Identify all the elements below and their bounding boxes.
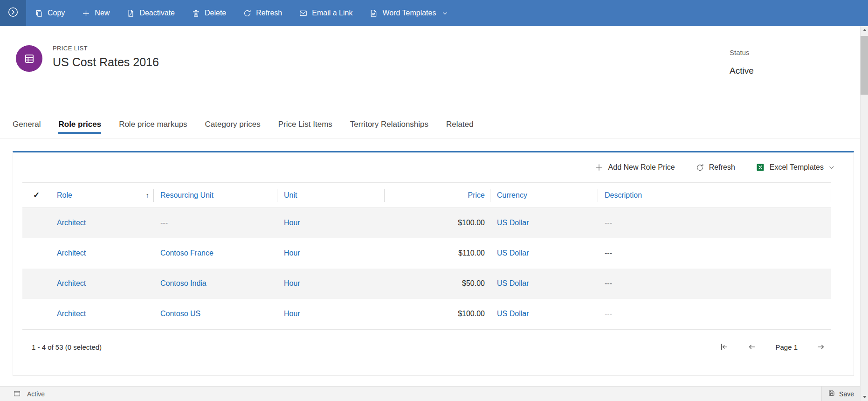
save-icon — [828, 389, 835, 398]
record-set-navigator-button[interactable] — [0, 0, 26, 26]
price-list-entity-icon — [16, 45, 42, 72]
plus-icon — [594, 163, 604, 172]
entity-type-label: PRICE LIST — [53, 45, 159, 52]
email-link-button[interactable]: Email a Link — [290, 0, 361, 26]
add-new-role-price-button[interactable]: Add New Role Price — [594, 163, 675, 172]
trash-icon — [192, 9, 200, 18]
role-prices-subgrid: Add New Role Price Refresh Excel Templat… — [13, 151, 854, 376]
circle-chevron-icon — [7, 6, 19, 20]
delete-button[interactable]: Delete — [183, 0, 234, 26]
table-row[interactable]: Architect --- Hour $100.00 US Dollar --- — [22, 208, 831, 238]
first-page-button[interactable] — [719, 342, 729, 352]
status-field-value: Active — [730, 66, 754, 76]
delete-label: Delete — [205, 9, 226, 17]
cell-description: --- — [598, 299, 831, 329]
cell-role[interactable]: Architect — [50, 299, 154, 329]
select-all-checkbox[interactable]: ✓ — [22, 183, 50, 208]
row-select-cell[interactable] — [22, 299, 50, 329]
cell-description: --- — [598, 269, 831, 299]
tab-role-prices[interactable]: Role prices — [58, 111, 101, 138]
column-header-currency[interactable]: Currency — [490, 183, 598, 208]
column-header-resourcing-unit[interactable]: Resourcing Unit — [154, 183, 277, 208]
status-field-label: Status — [730, 48, 754, 56]
cell-role[interactable]: Architect — [50, 208, 154, 238]
table-row[interactable]: Architect Contoso France Hour $110.00 US… — [22, 238, 831, 269]
next-page-button[interactable] — [816, 342, 826, 352]
cell-currency[interactable]: US Dollar — [490, 238, 598, 269]
record-count: 1 - 4 of 53 (0 selected) — [32, 343, 102, 351]
cell-resourcing-unit[interactable]: Contoso France — [154, 238, 277, 269]
triangle-up-icon — [863, 29, 867, 31]
row-select-cell[interactable] — [22, 269, 50, 299]
check-icon: ✓ — [33, 191, 40, 200]
email-link-label: Email a Link — [312, 9, 352, 17]
plus-icon — [82, 9, 90, 18]
cell-resourcing-unit: --- — [154, 208, 277, 238]
record-header: PRICE LIST US Cost Rates 2016 Status Act… — [0, 26, 868, 111]
copy-button[interactable]: Copy — [26, 0, 73, 26]
tab-price-list-items[interactable]: Price List Items — [278, 111, 332, 138]
table-row[interactable]: Architect Contoso India Hour $50.00 US D… — [22, 269, 831, 299]
cell-price: $110.00 — [385, 238, 490, 269]
page-title: US Cost Rates 2016 — [53, 55, 159, 69]
cell-currency[interactable]: US Dollar — [490, 269, 598, 299]
status-field: Status Active — [730, 48, 754, 76]
subgrid-toolbar: Add New Role Price Refresh Excel Templat… — [13, 152, 854, 182]
tab-territory-relationships[interactable]: Territory Relationships — [350, 111, 428, 138]
refresh-label: Refresh — [256, 9, 282, 17]
scrollbar-thumb[interactable] — [861, 36, 868, 95]
tab-general[interactable]: General — [13, 111, 41, 138]
cell-price: $100.00 — [385, 208, 490, 238]
column-header-price[interactable]: Price — [385, 183, 490, 208]
scrollbar-down-button[interactable] — [861, 393, 868, 401]
cell-currency[interactable]: US Dollar — [490, 299, 598, 329]
word-templates-button[interactable]: Word Templates — [361, 0, 456, 26]
tab-role-price-markups[interactable]: Role price markups — [119, 111, 187, 138]
status-bar: Active Save — [0, 386, 860, 401]
cell-unit[interactable]: Hour — [277, 269, 385, 299]
grid-refresh-button[interactable]: Refresh — [696, 163, 735, 172]
chevron-down-icon — [828, 164, 835, 171]
title-block: PRICE LIST US Cost Rates 2016 — [53, 45, 159, 69]
command-bar: Copy New Deactivate Delete Refresh Email… — [0, 0, 868, 26]
row-select-cell[interactable] — [22, 238, 50, 269]
vertical-scrollbar[interactable] — [860, 26, 868, 401]
tab-bar: General Role prices Role price markups C… — [0, 111, 868, 138]
cell-resourcing-unit[interactable]: Contoso US — [154, 299, 277, 329]
cell-description: --- — [598, 208, 831, 238]
copy-label: Copy — [48, 9, 65, 17]
add-new-role-price-label: Add New Role Price — [608, 163, 675, 172]
save-button[interactable]: Save — [821, 387, 860, 401]
previous-page-button[interactable] — [747, 342, 757, 352]
column-header-unit[interactable]: Unit — [277, 183, 385, 208]
tab-category-prices[interactable]: Category prices — [205, 111, 261, 138]
triangle-down-icon — [863, 396, 867, 398]
cell-unit[interactable]: Hour — [277, 238, 385, 269]
cell-role[interactable]: Architect — [50, 238, 154, 269]
refresh-button[interactable]: Refresh — [234, 0, 290, 26]
save-label: Save — [839, 390, 854, 398]
scrollbar-up-button[interactable] — [861, 26, 868, 34]
excel-templates-label: Excel Templates — [770, 163, 824, 172]
cell-description: --- — [598, 238, 831, 269]
table-header-row: ✓ Role ↑ Resourcing Unit Unit Price Curr… — [22, 183, 831, 208]
new-button[interactable]: New — [73, 0, 118, 26]
refresh-icon — [243, 9, 252, 18]
column-label-role: Role — [57, 191, 72, 200]
cell-unit[interactable]: Hour — [277, 208, 385, 238]
column-header-role[interactable]: Role ↑ — [50, 183, 154, 208]
cell-resourcing-unit[interactable]: Contoso India — [154, 269, 277, 299]
envelope-icon — [299, 9, 308, 18]
column-header-description[interactable]: Description — [598, 183, 831, 208]
excel-templates-button[interactable]: Excel Templates — [756, 163, 835, 172]
cell-unit[interactable]: Hour — [277, 299, 385, 329]
pager: Page 1 — [719, 342, 826, 352]
row-select-cell[interactable] — [22, 208, 50, 238]
cell-currency[interactable]: US Dollar — [490, 208, 598, 238]
cell-price: $100.00 — [385, 299, 490, 329]
deactivate-button[interactable]: Deactivate — [118, 0, 183, 26]
table-row[interactable]: Architect Contoso US Hour $100.00 US Dol… — [22, 299, 831, 329]
subgrid-footer: 1 - 4 of 53 (0 selected) Page 1 — [22, 329, 831, 373]
cell-role[interactable]: Architect — [50, 269, 154, 299]
tab-related[interactable]: Related — [446, 111, 474, 138]
